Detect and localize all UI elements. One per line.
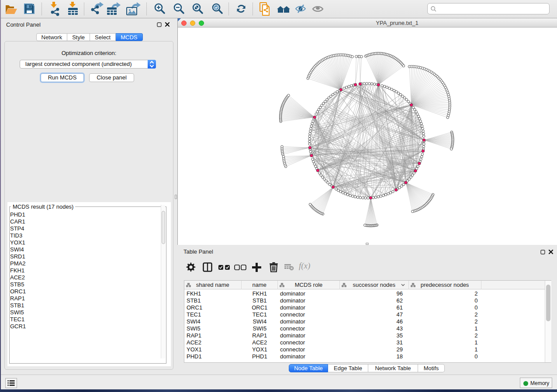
svg-text:f(x): f(x) <box>299 261 310 271</box>
